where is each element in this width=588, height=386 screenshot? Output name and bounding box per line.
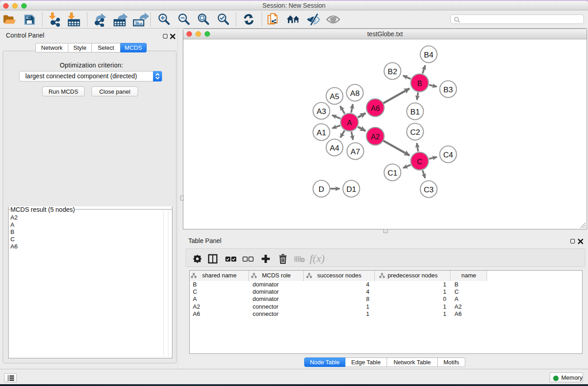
- svg-text:A7: A7: [351, 148, 360, 156]
- svg-text:B2: B2: [388, 67, 397, 76]
- svg-text:D: D: [319, 185, 324, 194]
- svg-text:A3: A3: [317, 107, 326, 116]
- svg-text:A1: A1: [317, 129, 326, 137]
- svg-text:A4: A4: [330, 144, 339, 152]
- svg-text:C1: C1: [387, 169, 397, 177]
- svg-text:A6: A6: [371, 105, 380, 112]
- svg-text:C: C: [417, 158, 422, 166]
- svg-text:B3: B3: [444, 86, 453, 94]
- svg-text:D1: D1: [346, 185, 356, 194]
- svg-text:C2: C2: [410, 128, 420, 137]
- svg-text:B4: B4: [424, 51, 434, 59]
- svg-text:C4: C4: [443, 151, 453, 159]
- svg-text:A2: A2: [371, 133, 380, 141]
- svg-text:A5: A5: [330, 92, 339, 101]
- svg-text:B1: B1: [411, 108, 420, 116]
- svg-text:B: B: [417, 80, 422, 87]
- svg-text:C3: C3: [424, 186, 434, 194]
- svg-text:A: A: [347, 119, 352, 127]
- svg-text:A8: A8: [350, 89, 360, 98]
